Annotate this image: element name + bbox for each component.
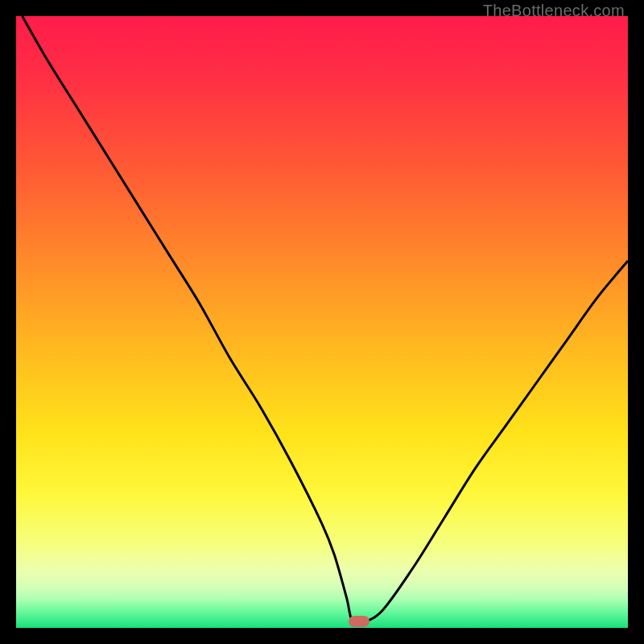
bottleneck-plot <box>16 16 628 628</box>
optimal-point-marker <box>349 616 369 627</box>
plot-frame <box>16 16 628 628</box>
gradient-background <box>16 16 628 628</box>
watermark-text: TheBottleneck.com <box>483 2 625 20</box>
